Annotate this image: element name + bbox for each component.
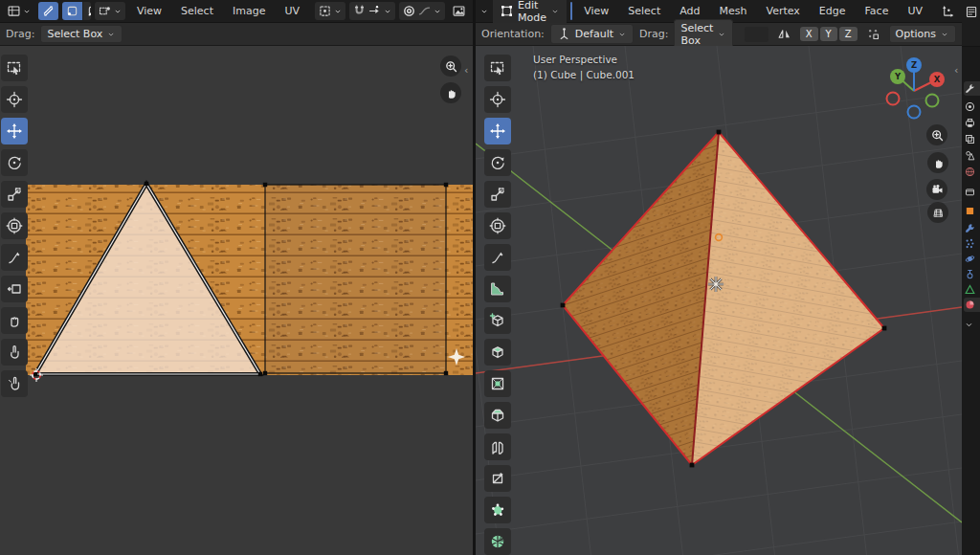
properties-tab-modifiers[interactable] bbox=[964, 221, 980, 235]
menu-view[interactable]: View bbox=[576, 3, 616, 19]
proportional-editing-dropdown[interactable] bbox=[399, 2, 445, 20]
properties-tabs-overflow-chevron[interactable] bbox=[964, 318, 980, 332]
tool-measure[interactable] bbox=[484, 276, 511, 302]
uv-select-mode-vertex[interactable] bbox=[62, 2, 82, 20]
properties-tab-physics[interactable] bbox=[964, 252, 980, 266]
viewport-canvas[interactable]: XYZ User Perspective (1) Cube | Cube.001… bbox=[476, 46, 962, 555]
collapse-sidebar-arrow[interactable]: ‹ bbox=[954, 64, 958, 77]
image-pin-button[interactable] bbox=[449, 2, 469, 20]
tool-select-box[interactable] bbox=[1, 55, 28, 81]
tool-loop-cut[interactable] bbox=[484, 433, 511, 460]
navigation-gizmo[interactable]: XYZ bbox=[887, 57, 946, 119]
scale-icon bbox=[489, 186, 506, 203]
menu-add[interactable]: Add bbox=[672, 3, 707, 19]
tool-scale[interactable] bbox=[1, 181, 28, 208]
properties-tab-tool[interactable] bbox=[964, 81, 980, 96]
uv-canvas[interactable]: ‹ bbox=[0, 46, 473, 555]
menu-mesh[interactable]: Mesh bbox=[712, 3, 755, 19]
menu-select[interactable]: Select bbox=[620, 3, 668, 19]
menu-view[interactable]: View bbox=[129, 3, 169, 19]
editor-type-chevron[interactable] bbox=[479, 7, 489, 16]
zoom-button[interactable] bbox=[926, 124, 947, 145]
properties-tab-collection[interactable] bbox=[964, 185, 980, 199]
menu-select[interactable]: Select bbox=[173, 3, 221, 19]
properties-tab-object[interactable] bbox=[964, 204, 980, 218]
options-dropdown[interactable]: Options bbox=[889, 25, 956, 43]
properties-tab-world[interactable] bbox=[964, 165, 980, 179]
collapse-sidebar-arrow[interactable]: ‹ bbox=[464, 64, 468, 77]
tool-transform[interactable] bbox=[484, 212, 511, 239]
snap-dropdown[interactable] bbox=[349, 2, 395, 20]
tool-rip-region[interactable] bbox=[1, 276, 28, 302]
drag-mode-dropdown[interactable]: Select Box bbox=[40, 25, 122, 43]
axis-toggle-x[interactable]: X bbox=[800, 27, 818, 41]
properties-tab-render[interactable] bbox=[964, 100, 980, 114]
mirror-icon-button[interactable] bbox=[774, 25, 794, 43]
menu-edge[interactable]: Edge bbox=[812, 3, 854, 19]
svg-text:Z: Z bbox=[911, 60, 917, 70]
view-layer-tab-icon bbox=[964, 133, 976, 145]
menu-vertex[interactable]: Vertex bbox=[759, 3, 808, 19]
transform-icon bbox=[6, 217, 23, 234]
orientation-dropdown[interactable]: Default bbox=[550, 24, 634, 44]
editor-type-button[interactable] bbox=[4, 2, 34, 20]
zoom-button[interactable] bbox=[440, 56, 461, 77]
transform-axis-icon bbox=[941, 4, 955, 18]
tool-spin[interactable] bbox=[484, 528, 511, 555]
tool-annotate[interactable] bbox=[1, 244, 28, 271]
tool-rotate[interactable] bbox=[1, 149, 28, 176]
drag-mode-dropdown[interactable]: Select Box bbox=[674, 19, 733, 50]
mesh-select-mode-vertex[interactable] bbox=[570, 2, 572, 20]
tool-transform[interactable] bbox=[1, 212, 28, 239]
tool-inset-faces[interactable] bbox=[484, 370, 511, 397]
tool-add-cube[interactable] bbox=[484, 307, 511, 334]
drag-label: Drag: bbox=[639, 28, 668, 40]
measure-icon bbox=[489, 280, 506, 298]
axis-toggle-y[interactable]: Y bbox=[820, 27, 837, 41]
tool-move[interactable] bbox=[1, 118, 28, 144]
properties-tab-scene[interactable] bbox=[964, 148, 980, 163]
annotate-icon bbox=[6, 249, 23, 266]
tool-grab[interactable] bbox=[1, 307, 28, 334]
mirror-icon bbox=[777, 27, 791, 41]
tool-poly-build[interactable] bbox=[484, 497, 511, 523]
tool-knife[interactable] bbox=[484, 465, 511, 492]
pan-button[interactable] bbox=[927, 152, 948, 173]
hand-icon bbox=[931, 156, 946, 170]
menu-image[interactable]: Image bbox=[225, 3, 273, 19]
properties-tab-output[interactable] bbox=[964, 116, 980, 130]
rip-region-icon bbox=[6, 280, 23, 298]
menu-uv[interactable]: UV bbox=[900, 3, 930, 19]
tool-tab-icon bbox=[964, 82, 976, 95]
perspective-toggle-button[interactable] bbox=[927, 202, 948, 223]
axis-toggle-z[interactable]: Z bbox=[839, 27, 858, 41]
uv-sync-selection-toggle[interactable] bbox=[38, 2, 58, 20]
properties-tab-material[interactable] bbox=[964, 298, 980, 312]
tool-cursor[interactable] bbox=[1, 86, 28, 113]
tool-scale[interactable] bbox=[484, 181, 511, 208]
properties-tab-object-data[interactable] bbox=[964, 282, 980, 297]
tool-select-box[interactable] bbox=[484, 55, 511, 81]
add-cube-icon bbox=[489, 312, 506, 329]
pivot-point-dropdown[interactable] bbox=[315, 2, 345, 20]
transform-gizmo-button[interactable] bbox=[938, 2, 958, 20]
tool-cursor[interactable] bbox=[484, 86, 511, 113]
menu-uv[interactable]: UV bbox=[277, 3, 307, 19]
properties-tab-particles[interactable] bbox=[964, 236, 980, 251]
tool-pinch[interactable] bbox=[1, 370, 28, 397]
menu-face[interactable]: Face bbox=[858, 3, 897, 19]
properties-tab-constraints[interactable] bbox=[964, 267, 980, 281]
tool-annotate[interactable] bbox=[484, 244, 511, 271]
sticky-selection-dropdown[interactable] bbox=[95, 2, 125, 20]
tool-bevel[interactable] bbox=[484, 402, 511, 429]
uv-select-mode-edge[interactable] bbox=[83, 2, 91, 20]
camera-view-button[interactable] bbox=[926, 179, 947, 200]
snap-dots-button[interactable] bbox=[863, 25, 883, 43]
tool-rotate[interactable] bbox=[484, 149, 511, 176]
properties-tab-view-layer[interactable] bbox=[964, 132, 980, 146]
tool-relax[interactable] bbox=[1, 339, 28, 366]
chevron-down-icon bbox=[940, 30, 949, 39]
pan-button[interactable] bbox=[440, 82, 461, 103]
tool-extrude-region[interactable] bbox=[484, 339, 511, 366]
tool-move[interactable] bbox=[484, 118, 511, 144]
